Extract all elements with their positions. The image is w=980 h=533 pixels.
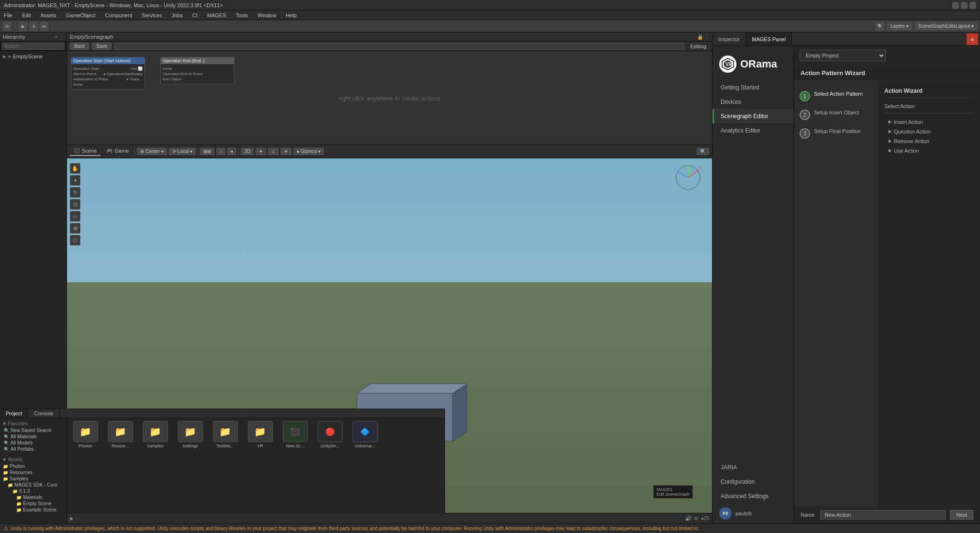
sg-menu-icon[interactable]: ⋮	[704, 34, 709, 40]
asset-settings[interactable]: 📁 Settings	[175, 421, 206, 448]
play-button[interactable]: ▶	[19, 22, 27, 31]
nav-getting-started[interactable]: Getting Started	[713, 80, 793, 95]
vp-audio-btn[interactable]: ♫	[268, 148, 278, 155]
nav-jaria[interactable]: JARIA	[713, 460, 793, 475]
wizard-step-3[interactable]: 3 Setup Final Position	[794, 124, 877, 143]
fav-all-prefabs[interactable]: 🔍 All Prefabs	[2, 446, 65, 452]
maximize-button[interactable]	[961, 2, 968, 9]
layout-dropdown[interactable]: SceneGraphEditsLayout ▾	[915, 22, 977, 30]
layers-icon[interactable]: ⊞	[3, 22, 11, 31]
vp-scale-tool[interactable]: ⊡	[70, 199, 80, 210]
inspector-tab[interactable]: Inspector	[713, 33, 746, 45]
menu-item-services[interactable]: Services	[140, 12, 164, 18]
menu-item-assets[interactable]: Assets	[39, 12, 58, 18]
tree-samples[interactable]: 📁 Samples	[2, 476, 65, 482]
sg-back-button[interactable]: Back	[70, 43, 89, 50]
hierarchy-menu-icon[interactable]: ⋮	[59, 34, 64, 40]
tree-photon[interactable]: 📁 Photon	[2, 463, 65, 469]
tree-models[interactable]: 📁 Models	[19, 513, 65, 514]
asset-new-scene[interactable]: ⬛ New Sc...	[279, 421, 311, 448]
menu-item-gameobject[interactable]: GameObject	[64, 12, 98, 18]
vp-tool-1[interactable]: ⊞⊞	[200, 148, 214, 155]
tree-example-scene[interactable]: 📁 Example Scene	[15, 507, 65, 513]
nav-advanced-settings[interactable]: Advanced Settings	[713, 489, 793, 503]
mages-panel-tab[interactable]: MAGES Panel	[746, 33, 792, 45]
vp-2d-btn[interactable]: 2D	[241, 148, 254, 155]
textme-folder-icon: 📁	[213, 421, 238, 442]
vp-transform-tool[interactable]: ⊞	[70, 223, 80, 233]
action-option-use[interactable]: Use Action	[884, 146, 973, 155]
vp-custom-tool[interactable]: ⬡	[70, 235, 80, 245]
vp-tool-3[interactable]: ♦	[227, 148, 236, 155]
project-tab[interactable]: Project	[0, 409, 28, 418]
fav-all-materials[interactable]: 🔍 All Materials	[2, 433, 65, 440]
menu-item-tools[interactable]: Tools	[234, 12, 250, 18]
close-button[interactable]	[969, 2, 976, 9]
menu-item-ci[interactable]: CI	[190, 12, 200, 18]
vp-rotate-tool[interactable]: ↻	[70, 187, 80, 198]
name-input[interactable]	[820, 510, 946, 520]
tree-materials[interactable]: 📁 Materials	[15, 494, 65, 500]
viewport-info: ▶	[70, 516, 74, 521]
vp-rect-tool[interactable]: ▭	[70, 211, 80, 222]
vp-hand-tool[interactable]: ✋	[70, 163, 80, 174]
hierarchy-search-input[interactable]	[2, 43, 65, 50]
asset-unity-de[interactable]: 🔴 UnityDe...	[314, 421, 345, 448]
tree-resources[interactable]: 📁 Resources	[2, 469, 65, 476]
minimize-button[interactable]	[952, 2, 959, 9]
menu-item-jobs[interactable]: Jobs	[170, 12, 185, 18]
nav-analytics-editor[interactable]: Analytics Editor	[713, 123, 793, 138]
console-tab[interactable]: Console	[28, 409, 59, 418]
asset-textme[interactable]: 📁 TextMe...	[210, 421, 241, 448]
action-option-remove[interactable]: Remove Action	[884, 136, 973, 146]
tree-mages-sdk[interactable]: 📁 MAGES SDK - Core	[7, 482, 65, 488]
svg-marker-10	[453, 384, 467, 441]
nav-devices[interactable]: Devices	[713, 95, 793, 109]
sg-save-button[interactable]: Save	[92, 43, 111, 50]
vp-move-tool[interactable]: ✦	[70, 175, 80, 186]
asset-photon[interactable]: 📁 Photon	[70, 421, 101, 448]
nav-configuration[interactable]: Configuration	[713, 475, 793, 489]
vp-effects-btn[interactable]: ☀	[280, 148, 291, 155]
menu-item-mages[interactable]: MAGES	[205, 12, 228, 18]
menu-item-file[interactable]: File	[2, 12, 14, 18]
game-tab[interactable]: 🎮 Game	[102, 147, 133, 156]
project-dropdown[interactable]: Empty Project	[800, 50, 886, 61]
hierarchy-add-icon[interactable]: +	[55, 34, 57, 40]
nav-scenegraph-editor[interactable]: Scenegraph Editor	[713, 109, 793, 123]
action-option-question[interactable]: Question Action	[884, 127, 973, 136]
tree-empty-scene[interactable]: 📁 Empty Scene	[15, 500, 65, 507]
asset-resources[interactable]: 📁 Resour...	[105, 421, 136, 448]
sg-lock-icon[interactable]: 🔒	[697, 34, 703, 40]
fav-new-saved-search[interactable]: 🔍 New Saved Search	[2, 427, 65, 433]
asset-samples[interactable]: 📁 Samples	[140, 421, 171, 448]
tree-version[interactable]: 📁 0.1.3	[11, 488, 65, 494]
menu-item-edit[interactable]: Edit	[20, 12, 33, 18]
search-global-icon[interactable]: 🔍	[876, 22, 884, 31]
local-dropdown[interactable]: ⟳ Local ▾	[169, 148, 196, 155]
tree-item-create[interactable]: ▶ ✦ EmptyScene	[2, 53, 65, 60]
vp-gizmos-btn[interactable]: ● Gizmos ▾	[293, 148, 324, 155]
scenegraph-canvas[interactable]: Operation Start (Start Actions) Operatio…	[67, 51, 712, 144]
wizard-step-2[interactable]: 2 Setup Insert Object	[794, 105, 877, 124]
vp-tool-2[interactable]: ↕	[216, 148, 225, 155]
fav-all-models[interactable]: 🔍 All Models	[2, 440, 65, 446]
collapse-button[interactable]: «	[967, 33, 978, 45]
asset-universa[interactable]: 🔷 Universa...	[349, 421, 380, 448]
wizard-step-1[interactable]: 1 Select Action Pattern	[794, 87, 877, 105]
menu-item-window[interactable]: Window	[256, 12, 278, 18]
layers-dropdown[interactable]: Layers ▾	[887, 22, 912, 30]
user-avatar: PZ	[719, 507, 732, 520]
scenegraph-search-input[interactable]	[114, 43, 684, 50]
next-button[interactable]: Next	[950, 510, 973, 520]
asset-xr[interactable]: 📁 XR	[245, 421, 276, 448]
vp-light-btn[interactable]: ✦	[256, 148, 266, 155]
menu-item-help[interactable]: Help	[284, 12, 299, 18]
pause-button[interactable]: ⏸	[29, 22, 38, 31]
center-dropdown[interactable]: ⊕ Center ▾	[137, 148, 167, 155]
step-button[interactable]: ⏭	[40, 22, 48, 31]
action-option-insert[interactable]: Insert Action	[884, 117, 973, 127]
vp-search-btn[interactable]: 🔍	[697, 148, 709, 155]
menu-item-component[interactable]: Component	[103, 12, 134, 18]
scene-tab[interactable]: ⬛ Scene	[70, 147, 100, 156]
